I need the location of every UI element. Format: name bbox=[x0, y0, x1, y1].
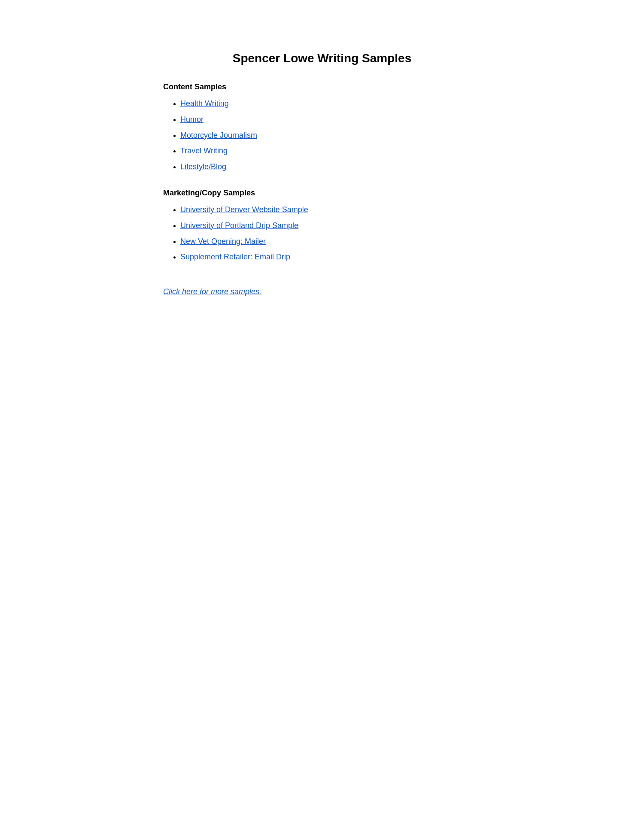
list-item: Health Writing bbox=[180, 97, 481, 110]
page-container: Spencer Lowe Writing Samples Content Sam… bbox=[129, 0, 515, 331]
supplement-retailer-link[interactable]: Supplement Retailer: Email Drip bbox=[180, 253, 290, 261]
list-item: Humor bbox=[180, 113, 481, 126]
marketing-list: University of Denver Website Sample Univ… bbox=[163, 204, 481, 263]
health-writing-link[interactable]: Health Writing bbox=[180, 99, 229, 108]
more-samples-link[interactable]: Click here for more samples. bbox=[163, 287, 261, 296]
page-title: Spencer Lowe Writing Samples bbox=[163, 52, 481, 65]
content-section: Content Samples Health Writing Humor Mot… bbox=[163, 82, 481, 173]
list-item: Lifestyle/Blog bbox=[180, 161, 481, 173]
marketing-section-heading: Marketing/Copy Samples bbox=[163, 189, 481, 198]
content-list: Health Writing Humor Motorcycle Journali… bbox=[163, 97, 481, 173]
list-item: University of Portland Drip Sample bbox=[180, 219, 481, 232]
humor-link[interactable]: Humor bbox=[180, 115, 204, 124]
list-item: New Vet Opening: Mailer bbox=[180, 235, 481, 248]
list-item: Travel Writing bbox=[180, 145, 481, 157]
motorcycle-journalism-link[interactable]: Motorcycle Journalism bbox=[180, 131, 257, 140]
content-section-heading: Content Samples bbox=[163, 82, 481, 91]
university-denver-link[interactable]: University of Denver Website Sample bbox=[180, 205, 308, 214]
list-item: Motorcycle Journalism bbox=[180, 129, 481, 142]
travel-writing-link[interactable]: Travel Writing bbox=[180, 146, 228, 155]
university-portland-link[interactable]: University of Portland Drip Sample bbox=[180, 221, 298, 230]
new-vet-opening-link[interactable]: New Vet Opening: Mailer bbox=[180, 237, 266, 246]
list-item: University of Denver Website Sample bbox=[180, 204, 481, 216]
list-item: Supplement Retailer: Email Drip bbox=[180, 251, 481, 263]
more-samples-container: Click here for more samples. bbox=[163, 279, 481, 296]
marketing-section: Marketing/Copy Samples University of Den… bbox=[163, 189, 481, 263]
lifestyle-blog-link[interactable]: Lifestyle/Blog bbox=[180, 162, 226, 171]
